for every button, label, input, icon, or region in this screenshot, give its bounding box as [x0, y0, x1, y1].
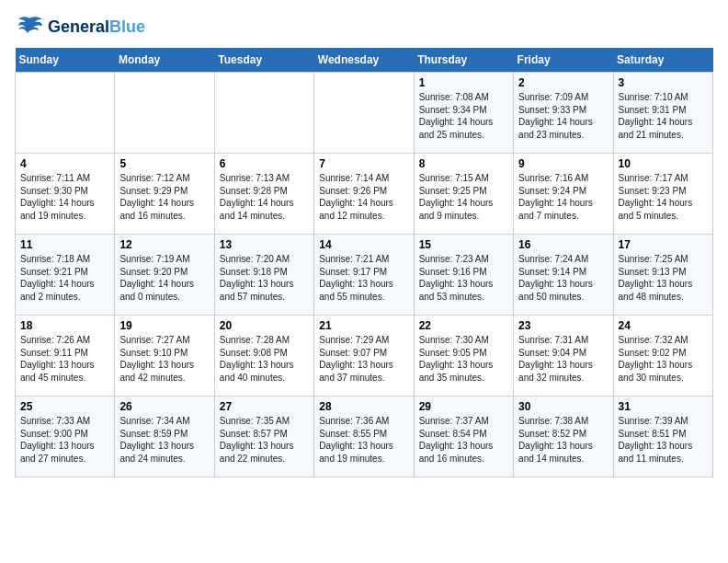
day-info: Sunrise: 7:25 AM Sunset: 9:13 PM Dayligh… — [619, 253, 708, 303]
day-number: 14 — [319, 238, 408, 251]
calendar-cell: 18Sunrise: 7:26 AM Sunset: 9:11 PM Dayli… — [16, 316, 115, 396]
day-number: 19 — [119, 319, 209, 332]
calendar-cell — [314, 73, 414, 154]
day-info: Sunrise: 7:33 AM Sunset: 9:00 PM Dayligh… — [20, 415, 109, 465]
calendar-cell: 12Sunrise: 7:19 AM Sunset: 9:20 PM Dayli… — [115, 235, 214, 316]
logo: GeneralBlue — [15, 15, 145, 40]
day-number: 22 — [419, 319, 508, 332]
calendar-cell: 10Sunrise: 7:17 AM Sunset: 9:23 PM Dayli… — [613, 154, 712, 235]
day-number: 31 — [619, 400, 708, 413]
calendar-cell — [16, 73, 115, 154]
calendar-cell: 14Sunrise: 7:21 AM Sunset: 9:17 PM Dayli… — [314, 235, 414, 316]
calendar-week-row: 1Sunrise: 7:08 AM Sunset: 9:34 PM Daylig… — [16, 73, 713, 154]
day-info: Sunrise: 7:26 AM Sunset: 9:11 PM Dayligh… — [20, 334, 109, 384]
logo-bird-icon — [15, 15, 44, 40]
day-number: 24 — [619, 319, 708, 332]
day-number: 20 — [220, 319, 309, 332]
weekday-header: Saturday — [613, 48, 712, 73]
day-number: 25 — [20, 400, 109, 413]
day-info: Sunrise: 7:35 AM Sunset: 8:57 PM Dayligh… — [220, 415, 309, 465]
calendar-week-row: 4Sunrise: 7:11 AM Sunset: 9:30 PM Daylig… — [16, 154, 713, 235]
day-number: 5 — [119, 157, 209, 170]
day-number: 9 — [518, 157, 608, 170]
calendar-week-row: 11Sunrise: 7:18 AM Sunset: 9:21 PM Dayli… — [16, 235, 713, 316]
calendar-cell: 19Sunrise: 7:27 AM Sunset: 9:10 PM Dayli… — [115, 316, 214, 396]
day-info: Sunrise: 7:12 AM Sunset: 9:29 PM Dayligh… — [119, 172, 209, 222]
day-number: 13 — [220, 238, 309, 251]
calendar-cell: 6Sunrise: 7:13 AM Sunset: 9:28 PM Daylig… — [214, 154, 313, 235]
day-number: 23 — [518, 319, 608, 332]
calendar-cell: 3Sunrise: 7:10 AM Sunset: 9:31 PM Daylig… — [613, 73, 712, 154]
calendar-cell: 5Sunrise: 7:12 AM Sunset: 9:29 PM Daylig… — [115, 154, 214, 235]
calendar-cell: 11Sunrise: 7:18 AM Sunset: 9:21 PM Dayli… — [16, 235, 115, 316]
day-number: 29 — [419, 400, 508, 413]
day-number: 27 — [220, 400, 309, 413]
day-info: Sunrise: 7:28 AM Sunset: 9:08 PM Dayligh… — [220, 334, 309, 384]
calendar-cell: 17Sunrise: 7:25 AM Sunset: 9:13 PM Dayli… — [613, 235, 712, 316]
calendar-cell: 31Sunrise: 7:39 AM Sunset: 8:51 PM Dayli… — [613, 396, 712, 477]
day-number: 8 — [419, 157, 508, 170]
day-info: Sunrise: 7:24 AM Sunset: 9:14 PM Dayligh… — [518, 253, 608, 303]
weekday-header: Thursday — [414, 48, 513, 73]
weekday-header: Wednesday — [314, 48, 414, 73]
weekday-header: Monday — [115, 48, 214, 73]
calendar-cell: 23Sunrise: 7:31 AM Sunset: 9:04 PM Dayli… — [514, 316, 613, 396]
day-number: 11 — [20, 238, 109, 251]
calendar-cell: 30Sunrise: 7:38 AM Sunset: 8:52 PM Dayli… — [514, 396, 613, 477]
calendar-cell: 20Sunrise: 7:28 AM Sunset: 9:08 PM Dayli… — [214, 316, 313, 396]
calendar-cell: 24Sunrise: 7:32 AM Sunset: 9:02 PM Dayli… — [613, 316, 712, 396]
calendar-cell: 28Sunrise: 7:36 AM Sunset: 8:55 PM Dayli… — [314, 396, 414, 477]
calendar-cell: 1Sunrise: 7:08 AM Sunset: 9:34 PM Daylig… — [414, 73, 513, 154]
day-number: 21 — [319, 319, 408, 332]
logo-text: GeneralBlue — [48, 18, 145, 37]
day-info: Sunrise: 7:09 AM Sunset: 9:33 PM Dayligh… — [518, 91, 608, 141]
calendar-cell: 25Sunrise: 7:33 AM Sunset: 9:00 PM Dayli… — [16, 396, 115, 477]
day-number: 4 — [20, 157, 109, 170]
calendar-cell: 27Sunrise: 7:35 AM Sunset: 8:57 PM Dayli… — [214, 396, 313, 477]
calendar-week-row: 25Sunrise: 7:33 AM Sunset: 9:00 PM Dayli… — [16, 396, 713, 477]
calendar-cell: 22Sunrise: 7:30 AM Sunset: 9:05 PM Dayli… — [414, 316, 513, 396]
calendar-cell: 4Sunrise: 7:11 AM Sunset: 9:30 PM Daylig… — [16, 154, 115, 235]
day-number: 7 — [319, 157, 408, 170]
day-number: 2 — [518, 76, 608, 89]
day-number: 10 — [619, 157, 708, 170]
calendar-cell: 21Sunrise: 7:29 AM Sunset: 9:07 PM Dayli… — [314, 316, 414, 396]
day-number: 3 — [619, 76, 708, 89]
calendar-cell — [214, 73, 313, 154]
day-info: Sunrise: 7:38 AM Sunset: 8:52 PM Dayligh… — [518, 415, 608, 465]
day-info: Sunrise: 7:36 AM Sunset: 8:55 PM Dayligh… — [319, 415, 408, 465]
day-info: Sunrise: 7:39 AM Sunset: 8:51 PM Dayligh… — [619, 415, 708, 465]
page-header: GeneralBlue — [15, 15, 713, 40]
calendar-cell: 9Sunrise: 7:16 AM Sunset: 9:24 PM Daylig… — [514, 154, 613, 235]
calendar-cell: 26Sunrise: 7:34 AM Sunset: 8:59 PM Dayli… — [115, 396, 214, 477]
calendar-cell: 8Sunrise: 7:15 AM Sunset: 9:25 PM Daylig… — [414, 154, 513, 235]
day-info: Sunrise: 7:17 AM Sunset: 9:23 PM Dayligh… — [619, 172, 708, 222]
calendar-cell: 7Sunrise: 7:14 AM Sunset: 9:26 PM Daylig… — [314, 154, 414, 235]
calendar-week-row: 18Sunrise: 7:26 AM Sunset: 9:11 PM Dayli… — [16, 316, 713, 396]
day-number: 30 — [518, 400, 608, 413]
calendar-cell: 15Sunrise: 7:23 AM Sunset: 9:16 PM Dayli… — [414, 235, 513, 316]
day-number: 12 — [119, 238, 209, 251]
calendar-cell: 13Sunrise: 7:20 AM Sunset: 9:18 PM Dayli… — [214, 235, 313, 316]
day-info: Sunrise: 7:13 AM Sunset: 9:28 PM Dayligh… — [220, 172, 309, 222]
day-info: Sunrise: 7:15 AM Sunset: 9:25 PM Dayligh… — [419, 172, 508, 222]
day-info: Sunrise: 7:21 AM Sunset: 9:17 PM Dayligh… — [319, 253, 408, 303]
day-number: 28 — [319, 400, 408, 413]
day-info: Sunrise: 7:23 AM Sunset: 9:16 PM Dayligh… — [419, 253, 508, 303]
day-info: Sunrise: 7:29 AM Sunset: 9:07 PM Dayligh… — [319, 334, 408, 384]
calendar-table: SundayMondayTuesdayWednesdayThursdayFrid… — [15, 48, 713, 477]
day-info: Sunrise: 7:30 AM Sunset: 9:05 PM Dayligh… — [419, 334, 508, 384]
day-info: Sunrise: 7:32 AM Sunset: 9:02 PM Dayligh… — [619, 334, 708, 384]
weekday-header: Friday — [514, 48, 613, 73]
day-info: Sunrise: 7:34 AM Sunset: 8:59 PM Dayligh… — [119, 415, 209, 465]
day-info: Sunrise: 7:10 AM Sunset: 9:31 PM Dayligh… — [619, 91, 708, 141]
calendar-cell: 2Sunrise: 7:09 AM Sunset: 9:33 PM Daylig… — [514, 73, 613, 154]
day-info: Sunrise: 7:20 AM Sunset: 9:18 PM Dayligh… — [220, 253, 309, 303]
day-info: Sunrise: 7:19 AM Sunset: 9:20 PM Dayligh… — [119, 253, 209, 303]
day-number: 1 — [419, 76, 508, 89]
calendar-cell — [115, 73, 214, 154]
day-info: Sunrise: 7:11 AM Sunset: 9:30 PM Dayligh… — [20, 172, 109, 222]
day-info: Sunrise: 7:16 AM Sunset: 9:24 PM Dayligh… — [518, 172, 608, 222]
day-number: 17 — [619, 238, 708, 251]
weekday-header-row: SundayMondayTuesdayWednesdayThursdayFrid… — [16, 48, 713, 73]
